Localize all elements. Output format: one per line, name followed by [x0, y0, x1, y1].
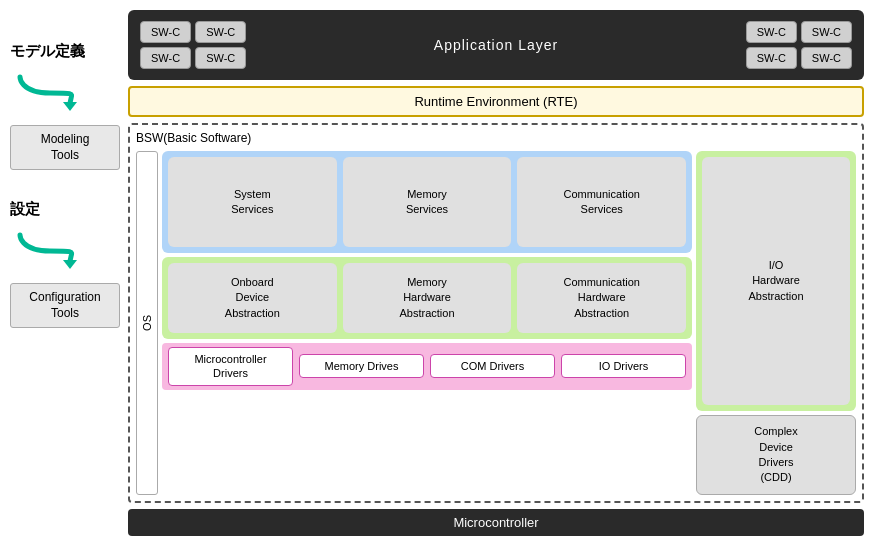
sw-c-grid-left: SW-C SW-C SW-C SW-C — [140, 21, 246, 69]
modeling-tools-label: Modeling Tools — [41, 132, 90, 162]
memory-services-box: Memory Services — [343, 157, 512, 247]
memory-hw-abs-label: Memory Hardware Abstraction — [399, 275, 454, 321]
cdd-label: Complex Device Drivers (CDD) — [754, 424, 797, 486]
io-hw-abs-box: I/O Hardware Abstraction — [702, 157, 850, 405]
svg-marker-0 — [63, 102, 77, 111]
bsw-container: BSW(Basic Software) OS System Services M… — [128, 123, 864, 503]
services-area: System Services Memory Services Communic… — [162, 151, 692, 253]
configuration-tools-box: Configuration Tools — [10, 283, 120, 328]
onboard-device-abs-box: Onboard Device Abstraction — [168, 263, 337, 333]
com-drivers-box: COM Drivers — [430, 354, 555, 378]
bsw-title: BSW(Basic Software) — [136, 131, 856, 145]
application-layer-box: SW-C SW-C SW-C SW-C Application Layer SW… — [128, 10, 864, 80]
memory-services-label: Memory Services — [406, 187, 448, 218]
rte-title: Runtime Environment (RTE) — [414, 94, 577, 109]
model-def-label: モデル定義 — [10, 42, 85, 61]
bsw-main-row: OS System Services Memory Services Commu… — [136, 151, 856, 495]
onboard-device-abs-label: Onboard Device Abstraction — [225, 275, 280, 321]
sw-c-7: SW-C — [746, 47, 797, 69]
io-drivers-label: IO Drivers — [599, 360, 649, 372]
memory-drives-label: Memory Drives — [325, 360, 399, 372]
sw-c-4: SW-C — [195, 47, 246, 69]
memory-hw-abs-box: Memory Hardware Abstraction — [343, 263, 512, 333]
system-services-label: System Services — [231, 187, 273, 218]
sw-c-grid-right: SW-C SW-C SW-C SW-C — [746, 21, 852, 69]
bsw-middle-section: System Services Memory Services Communic… — [162, 151, 692, 495]
sw-c-6: SW-C — [801, 21, 852, 43]
sw-c-1: SW-C — [140, 21, 191, 43]
config-arrow — [10, 231, 120, 271]
os-column: OS — [136, 151, 158, 495]
io-hw-abs-green-area: I/O Hardware Abstraction — [696, 151, 856, 411]
microcontroller-box: Microcontroller — [128, 509, 864, 536]
diagram-area: SW-C SW-C SW-C SW-C Application Layer SW… — [128, 10, 864, 536]
arrow-down-right-2 — [10, 231, 80, 267]
left-panel: モデル定義 Modeling Tools 設定 — [10, 10, 120, 536]
sw-c-5: SW-C — [746, 21, 797, 43]
memory-drives-box: Memory Drives — [299, 354, 424, 378]
rte-box: Runtime Environment (RTE) — [128, 86, 864, 117]
os-label: OS — [141, 315, 153, 331]
system-services-box: System Services — [168, 157, 337, 247]
communication-services-label: Communication Services — [563, 187, 639, 218]
configuration-tools-label: Configuration Tools — [29, 290, 100, 320]
svg-marker-1 — [63, 260, 77, 269]
arrow-down-right-1 — [10, 73, 80, 109]
sw-c-2: SW-C — [195, 21, 246, 43]
communication-services-box: Communication Services — [517, 157, 686, 247]
io-drivers-box: IO Drivers — [561, 354, 686, 378]
sw-c-8: SW-C — [801, 47, 852, 69]
sw-c-3: SW-C — [140, 47, 191, 69]
app-layer-title: Application Layer — [254, 37, 737, 53]
microcontroller-drivers-box: Microcontroller Drivers — [168, 347, 293, 386]
model-def-arrow — [10, 73, 120, 113]
hw-abstraction-area: Onboard Device Abstraction Memory Hardwa… — [162, 257, 692, 339]
modeling-tools-box: Modeling Tools — [10, 125, 120, 170]
right-section: I/O Hardware Abstraction Complex Device … — [696, 151, 856, 495]
io-hw-abs-label: I/O Hardware Abstraction — [748, 258, 803, 304]
microcontroller-drivers-label: Microcontroller Drivers — [194, 353, 266, 379]
config-label: 設定 — [10, 200, 40, 219]
com-drivers-label: COM Drivers — [461, 360, 525, 372]
cdd-box: Complex Device Drivers (CDD) — [696, 415, 856, 495]
microcontroller-title: Microcontroller — [453, 515, 538, 530]
communication-hw-abs-box: Communication Hardware Abstraction — [517, 263, 686, 333]
drivers-row: Microcontroller Drivers Memory Drives CO… — [162, 343, 692, 390]
communication-hw-abs-label: Communication Hardware Abstraction — [563, 275, 639, 321]
